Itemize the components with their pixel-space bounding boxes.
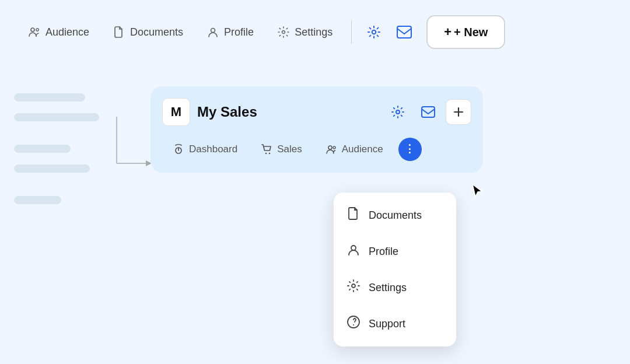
dashboard-icon — [173, 144, 184, 155]
dropdown-profile-label: Profile — [369, 246, 398, 258]
audience-icon — [326, 144, 337, 155]
dropdown-support-icon — [346, 315, 360, 332]
svg-point-0 — [31, 28, 34, 32]
gear-button[interactable] — [361, 19, 387, 45]
dropdown-profile-icon — [346, 243, 360, 260]
settings-icon — [277, 26, 290, 38]
card-mail-button[interactable] — [415, 99, 441, 125]
card-gear-button[interactable] — [385, 99, 411, 125]
skeleton-1 — [14, 93, 85, 102]
svg-point-1 — [36, 29, 38, 31]
dropdown-documents[interactable]: Documents — [334, 197, 456, 233]
nav-documents[interactable]: Documents — [103, 20, 192, 44]
skeleton-2 — [14, 113, 99, 121]
audience-icon — [28, 26, 41, 38]
nav-documents-label: Documents — [130, 26, 183, 38]
nav-profile-label: Profile — [224, 26, 254, 38]
new-button[interactable]: + + New — [426, 15, 505, 49]
nav-profile[interactable]: Profile — [197, 20, 263, 44]
svg-point-20 — [348, 316, 359, 328]
dropdown-support-label: Support — [369, 318, 405, 330]
plus-icon: + — [444, 24, 452, 40]
more-button[interactable]: ⋮ — [398, 138, 422, 161]
svg-point-19 — [352, 284, 355, 288]
main-card: M My Sales — [150, 86, 483, 173]
tab-sales-label: Sales — [277, 144, 302, 155]
nav-audience[interactable]: Audience — [19, 20, 99, 44]
card-add-button[interactable] — [446, 99, 471, 125]
card-logo: M — [162, 98, 190, 126]
svg-point-4 — [372, 30, 376, 34]
documents-icon — [113, 26, 125, 38]
svg-rect-10 — [422, 107, 435, 117]
dropdown-settings[interactable]: Settings — [334, 270, 456, 306]
tab-sales[interactable]: Sales — [250, 138, 313, 161]
svg-point-21 — [353, 324, 354, 326]
skeleton-5 — [14, 196, 61, 204]
skeleton-3 — [14, 145, 71, 153]
top-nav: Audience Documents Profile Settings — [0, 0, 630, 64]
dropdown-menu: Documents Profile Settings — [334, 192, 456, 346]
svg-point-15 — [269, 153, 271, 155]
card-tabs: Dashboard Sales Audience ⋮ — [162, 138, 471, 161]
card-header-actions — [385, 99, 471, 125]
skeleton-4 — [14, 164, 90, 173]
svg-point-9 — [396, 110, 400, 114]
nav-settings[interactable]: Settings — [268, 20, 342, 44]
dropdown-settings-label: Settings — [369, 282, 407, 294]
nav-audience-label: Audience — [46, 26, 89, 38]
tab-dashboard[interactable]: Dashboard — [162, 138, 248, 161]
dropdown-settings-icon — [346, 279, 360, 296]
svg-point-3 — [282, 31, 285, 34]
cart-icon — [261, 144, 272, 155]
dropdown-documents-label: Documents — [369, 209, 422, 222]
svg-point-16 — [328, 146, 332, 149]
svg-point-14 — [265, 153, 267, 155]
svg-point-17 — [333, 146, 335, 149]
profile-icon — [206, 26, 219, 38]
sidebar — [0, 64, 123, 216]
dropdown-profile[interactable]: Profile — [334, 233, 456, 270]
cursor — [471, 183, 485, 200]
nav-settings-label: Settings — [295, 26, 332, 38]
new-label: + New — [454, 26, 488, 39]
svg-point-2 — [211, 29, 215, 33]
tab-dashboard-label: Dashboard — [189, 144, 237, 155]
svg-rect-5 — [397, 26, 411, 38]
tab-audience[interactable]: Audience — [315, 138, 394, 161]
card-title: My Sales — [197, 104, 378, 120]
svg-point-18 — [351, 246, 356, 250]
card-header: M My Sales — [162, 98, 471, 126]
more-dots-icon: ⋮ — [404, 144, 416, 155]
mail-button[interactable] — [391, 19, 417, 45]
nav-divider — [351, 20, 352, 44]
dropdown-documents-icon — [346, 206, 360, 224]
tab-audience-label: Audience — [342, 144, 383, 155]
dropdown-support[interactable]: Support — [334, 306, 456, 342]
